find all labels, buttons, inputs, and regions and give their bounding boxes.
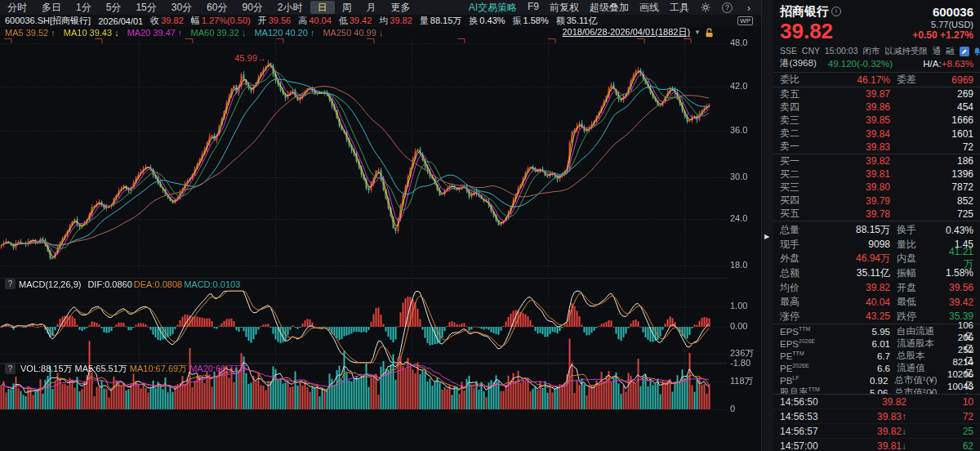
ask-row[interactable]: 卖四39.86454: [773, 100, 980, 114]
quote-panel: 招商银行 i 600036 39.82 5.77(USD) +0.50 +1.2…: [773, 0, 980, 451]
quote-field-9: 换0.43%: [469, 15, 505, 27]
period-tab-7[interactable]: 90分: [234, 1, 270, 14]
stat-row: 均价39.82开盘39.56: [773, 280, 980, 295]
ask-row[interactable]: 卖二39.841601: [773, 127, 980, 141]
hk-price: 49.120(-0.32%): [828, 59, 893, 69]
period-tab-2[interactable]: 1分: [69, 1, 99, 14]
fundamentals: EPSTTM5.95自由流通106亿EPS2026E6.01流通股本206亿PE…: [773, 324, 980, 399]
stat-row: 总额35.11亿振幅1.58%: [773, 266, 980, 281]
quote-field-2: 收39.82: [150, 15, 184, 27]
ask-row[interactable]: 卖五39.87269: [773, 87, 980, 100]
stat-row: 最高40.04最低39.42: [773, 295, 980, 310]
toolbar-tool-5[interactable]: 工具: [670, 1, 689, 15]
date-range-selector[interactable]: 2018/06/28-2026/04/01(1882日) ▼: [563, 26, 715, 38]
bid-row[interactable]: 买一39.82186: [773, 154, 980, 167]
period-tab-0[interactable]: 分时: [0, 1, 34, 14]
quote-field-7: 均39.82: [379, 15, 412, 27]
bid-row[interactable]: 买三39.807872: [773, 181, 980, 194]
macd-value-0: DIF:0.0860: [87, 279, 131, 289]
market-status: SSE CNY 15:00:03 闭市 以减持受限: [780, 46, 928, 57]
period-tab-11[interactable]: 月: [359, 1, 384, 14]
period-tab-8[interactable]: 2小时: [270, 1, 310, 14]
period-tab-3[interactable]: 5分: [99, 1, 129, 14]
quote-field-8: 量88.15万: [420, 15, 462, 27]
macd-legend-bar: ? MACD(12,26,9) DIF:0.0860DEA:0.0808MACD…: [5, 279, 240, 289]
quote-field-0: 600036.SH[招商银行]: [5, 15, 91, 27]
period-tab-5[interactable]: 30分: [164, 1, 199, 14]
chart-region: 分时多日1分5分15分30分60分90分2小时日周月更多 AI交易策略F9前复权…: [0, 0, 762, 451]
volume-help-icon[interactable]: ?: [5, 364, 16, 374]
help-icon[interactable]: ?: [722, 2, 733, 13]
period-tabs: 分时多日1分5分15分30分60分90分2小时日周月更多: [0, 0, 418, 15]
ma-legend-ma250: MA250 40.99 ↓: [323, 28, 383, 38]
volume-values: VOL:88.15万MA5:65.51万MA10:67.69万MA20:66.7…: [20, 363, 247, 375]
stock-app-window: 分时多日1分5分15分30分60分90分2小时日周月更多 AI交易策略F9前复权…: [0, 0, 980, 451]
quote-field-5: 高40.04: [298, 15, 332, 27]
toolbar-tool-3[interactable]: 超级叠加: [590, 1, 629, 15]
quote-field-10: 振1.58%: [513, 15, 549, 27]
candlestick-chart-canvas[interactable]: [0, 38, 761, 451]
volume-legend-bar: ? VOL:88.15万MA5:65.51万MA10:67.69万MA20:66…: [5, 363, 247, 375]
bid-levels: 买一39.82186买二39.811396买三39.807872买四39.798…: [773, 154, 980, 221]
last-price: 39.82: [780, 20, 833, 42]
period-tab-6[interactable]: 60分: [199, 1, 234, 14]
stat-row: 总量88.15万换手0.43%: [773, 223, 980, 238]
vol-value-3: MA20:66.77万: [189, 363, 247, 375]
ma-legend-ma60: MA60 39.32 ↓: [191, 28, 247, 38]
ask-row[interactable]: 卖三39.851666: [773, 114, 980, 127]
period-tab-10[interactable]: 周: [335, 1, 359, 14]
fundamental-row: EPSTTM5.95自由流通106亿: [773, 325, 980, 337]
tick-row: 14:56:5039.8210: [773, 395, 980, 409]
bid-row[interactable]: 买五39.78725: [773, 208, 980, 221]
quote-field-6: 低39.42: [339, 15, 372, 27]
macd-value-1: DEA:0.0808: [134, 279, 182, 289]
stat-row: 涨停43.25跌停35.39: [773, 309, 980, 324]
ask-row[interactable]: 卖一39.8372: [773, 141, 980, 154]
period-tab-4[interactable]: 15分: [128, 1, 163, 14]
time-sales-panel[interactable]: 14:56:5039.821014:56:5339.83↑7214:56:573…: [773, 394, 980, 451]
ma-legend-ma120: MA120 40.20 ↑: [254, 28, 314, 38]
panel-splitter[interactable]: ▶: [762, 0, 774, 451]
tag-tong[interactable]: 通: [933, 46, 942, 57]
quote-field-1: 2026/04/01: [98, 16, 143, 26]
collapse-arrow-icon[interactable]: ▶: [764, 233, 769, 240]
bell-icon[interactable]: [973, 47, 980, 56]
stock-name: 招商银行: [780, 4, 829, 20]
quote-info-items: 600036.SH[招商银行]2026/04/01收39.82幅1.27%(0.…: [5, 15, 597, 27]
info-icon[interactable]: i: [831, 7, 841, 16]
toolbar-tool-2[interactable]: 前复权: [550, 1, 579, 15]
toolbar-tool-0[interactable]: AI交易策略: [469, 1, 517, 15]
toolbar-tool-1[interactable]: F9: [528, 1, 539, 15]
settings-gear-icon[interactable]: [700, 2, 711, 13]
quote-field-11: 额35.11亿: [556, 15, 598, 27]
price-change: +0.50 +1.27%: [912, 29, 973, 41]
weibi-row: 委比 46.17% 委差 6969: [773, 72, 980, 87]
toolbar-tool-4[interactable]: 画线: [639, 1, 659, 15]
vol-value-2: MA10:67.69万: [130, 363, 187, 375]
macd-value-2: MACD:0.0103: [184, 279, 240, 289]
bid-row[interactable]: 买四39.79852: [773, 194, 980, 208]
vol-value-0: VOL:88.15万: [20, 363, 73, 375]
macd-params-label: MACD(12,26,9): [19, 279, 81, 289]
period-tab-12[interactable]: 更多: [384, 1, 418, 14]
quote-field-3: 幅1.27%(0.50): [191, 15, 251, 27]
period-tab-1[interactable]: 多日: [34, 1, 69, 14]
ask-levels: 卖五39.87269卖四39.86454卖三39.851666卖二39.8416…: [773, 87, 980, 154]
ha-premium: H/A:+8.63%: [923, 59, 973, 69]
bid-row[interactable]: 买二39.811396: [773, 167, 980, 181]
edit-pencil-icon[interactable]: [960, 47, 969, 56]
ma-legend-ma20: MA20 39.47 ↑: [127, 28, 183, 38]
period-tab-9[interactable]: 日: [310, 1, 335, 14]
macd-values: DIF:0.0860DEA:0.0808MACD:0.0103: [87, 279, 240, 289]
stock-code: 600036: [933, 5, 973, 19]
fundamental-row: PETTM6.7总股本252亿: [773, 350, 980, 362]
wp-window-icon[interactable]: WP: [737, 16, 753, 25]
hk-ticker-label[interactable]: 港(3968): [780, 57, 817, 69]
lock-icon[interactable]: [705, 28, 714, 38]
macd-help-icon[interactable]: ?: [5, 279, 16, 289]
ma-legend-items: MA5 39.52 ↑MA10 39.43 ↓MA20 39.47 ↑MA60 …: [5, 28, 383, 38]
ma-legend-ma10: MA10 39.43 ↓: [64, 28, 119, 38]
tag-rong[interactable]: 融: [946, 46, 955, 57]
chevron-right-icon[interactable]: ›: [743, 2, 755, 13]
period-tabs-bar: 分时多日1分5分15分30分60分90分2小时日周月更多 AI交易策略F9前复权…: [0, 0, 761, 15]
